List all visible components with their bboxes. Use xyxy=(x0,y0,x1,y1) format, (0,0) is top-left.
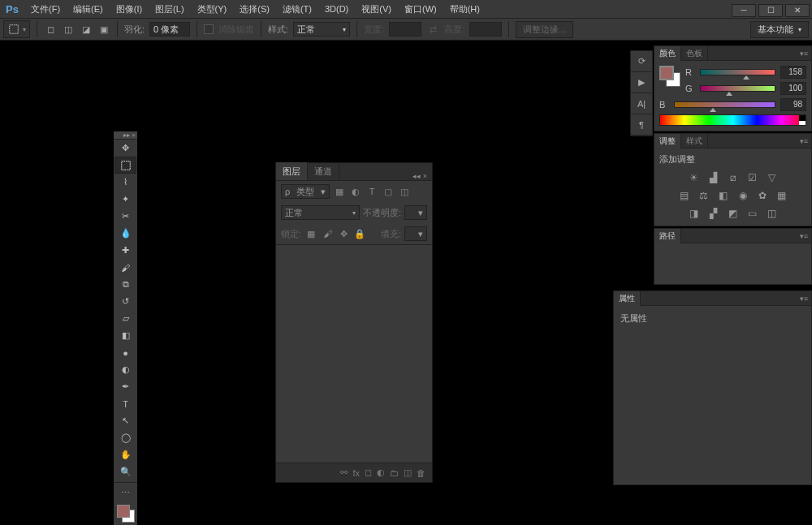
panel-menu-icon[interactable]: ▾≡ xyxy=(797,49,811,58)
workspace-switcher[interactable]: 基本功能▾ xyxy=(750,21,809,38)
menu-file[interactable]: 文件(F) xyxy=(24,0,67,18)
lock-all-icon[interactable]: 🔒 xyxy=(353,227,366,240)
collapse-icon[interactable]: ◂◂ xyxy=(412,172,421,180)
layer-mask-icon[interactable]: ◻ xyxy=(365,467,372,478)
adj-curves-icon[interactable]: ⧄ xyxy=(725,170,741,185)
filter-smart-icon[interactable]: ◫ xyxy=(398,185,411,198)
g-slider[interactable] xyxy=(700,85,775,92)
adj-vibrance-icon[interactable]: ▽ xyxy=(764,170,780,185)
delete-layer-icon[interactable]: 🗑 xyxy=(417,468,425,478)
adj-invert-icon[interactable]: ◨ xyxy=(686,206,702,221)
menu-window[interactable]: 窗口(W) xyxy=(398,0,443,18)
fill-input[interactable]: ▾ xyxy=(404,226,427,241)
hand-tool[interactable]: ✋ xyxy=(114,446,136,463)
healing-brush-tool[interactable]: ✚ xyxy=(114,242,136,259)
tool-preset-picker[interactable]: ▾ xyxy=(3,20,30,38)
blur-tool[interactable]: ● xyxy=(114,344,136,361)
lock-pixels-icon[interactable]: 🖌 xyxy=(321,227,334,240)
menu-image[interactable]: 图像(I) xyxy=(110,0,149,18)
adj-gradientmap-icon[interactable]: ▭ xyxy=(745,206,761,221)
color-picker-swatches[interactable] xyxy=(659,66,680,87)
g-value[interactable]: 100 xyxy=(780,82,806,95)
clone-stamp-tool[interactable]: ⧉ xyxy=(114,276,136,293)
tab-channels[interactable]: 通道 xyxy=(308,162,339,180)
tab-layers[interactable]: 图层 xyxy=(276,162,308,180)
tab-properties[interactable]: 属性 xyxy=(614,291,641,306)
eraser-tool[interactable]: ▱ xyxy=(114,310,136,327)
menu-edit[interactable]: 编辑(E) xyxy=(67,0,110,18)
sel-new-icon[interactable]: ◻ xyxy=(44,23,57,36)
new-group-icon[interactable]: 🗀 xyxy=(390,468,399,478)
sel-add-icon[interactable]: ◫ xyxy=(62,23,75,36)
color-swatches[interactable] xyxy=(117,505,135,523)
b-value[interactable]: 98 xyxy=(780,98,806,111)
style-select[interactable]: 正常▾ xyxy=(293,22,350,37)
brush-tool[interactable]: 🖌 xyxy=(114,259,136,276)
actions-icon[interactable]: ▶ xyxy=(631,72,652,93)
r-value[interactable]: 158 xyxy=(780,66,806,79)
sel-subtract-icon[interactable]: ◪ xyxy=(80,23,93,36)
maximize-button[interactable]: ☐ xyxy=(758,4,783,17)
zoom-tool[interactable]: 🔍 xyxy=(114,463,136,480)
sel-intersect-icon[interactable]: ▣ xyxy=(97,23,110,36)
tab-paths[interactable]: 路径 xyxy=(654,229,681,243)
minimize-button[interactable]: ─ xyxy=(732,4,756,17)
menu-help[interactable]: 帮助(H) xyxy=(443,0,486,18)
b-slider[interactable] xyxy=(674,101,775,108)
menu-filter[interactable]: 滤镜(T) xyxy=(276,0,318,18)
filter-type-icon[interactable]: T xyxy=(365,185,378,198)
blend-mode-select[interactable]: 正常▾ xyxy=(281,205,360,220)
menu-type[interactable]: 类型(Y) xyxy=(191,0,234,18)
adj-exposure-icon[interactable]: ☑ xyxy=(745,170,761,185)
tab-adjustments[interactable]: 调整 xyxy=(654,134,681,148)
menu-view[interactable]: 视图(V) xyxy=(355,0,398,18)
character-icon[interactable]: A| xyxy=(631,93,652,114)
paragraph-icon[interactable]: ¶ xyxy=(631,114,652,136)
crop-tool[interactable]: ✂ xyxy=(114,208,136,225)
color-ramp[interactable] xyxy=(659,114,806,126)
menu-3d[interactable]: 3D(D) xyxy=(318,0,355,18)
adj-bw-icon[interactable]: ◧ xyxy=(715,188,732,203)
new-adj-layer-icon[interactable]: ◐ xyxy=(377,467,385,478)
panel-menu-icon[interactable]: ▾≡ xyxy=(797,232,811,240)
adj-hue-icon[interactable]: ▤ xyxy=(676,188,693,203)
pen-tool[interactable]: ✒ xyxy=(114,378,136,395)
menu-select[interactable]: 选择(S) xyxy=(233,0,276,18)
filter-shape-icon[interactable]: ▢ xyxy=(382,185,395,198)
history-brush-tool[interactable]: ↺ xyxy=(114,293,136,310)
tab-color[interactable]: 颜色 xyxy=(654,46,681,61)
adj-selectivecolor-icon[interactable]: ◫ xyxy=(764,206,780,221)
eyedropper-tool[interactable]: 💧 xyxy=(114,225,136,242)
foreground-color-swatch[interactable] xyxy=(117,505,130,518)
toolbox-header[interactable]: ▸▸ × xyxy=(114,131,137,140)
edit-toolbar-button[interactable]: ⋯ xyxy=(114,484,136,501)
adj-channelmixer-icon[interactable]: ✿ xyxy=(754,188,771,203)
close-button[interactable]: ✕ xyxy=(785,4,810,17)
adj-photofilter-icon[interactable]: ◉ xyxy=(735,188,751,203)
layer-fx-icon[interactable]: fx xyxy=(352,468,360,478)
panel-menu-icon[interactable]: ▾≡ xyxy=(797,295,811,303)
opacity-input[interactable]: ▾ xyxy=(404,205,427,220)
history-icon[interactable]: ⟳ xyxy=(631,51,652,72)
lock-position-icon[interactable]: ✥ xyxy=(337,227,350,240)
tab-swatches[interactable]: 色板 xyxy=(681,46,708,61)
adj-posterize-icon[interactable]: ▞ xyxy=(706,206,722,221)
r-slider[interactable] xyxy=(700,69,775,75)
feather-input[interactable] xyxy=(149,22,190,37)
menu-layer[interactable]: 图层(L) xyxy=(149,0,190,18)
fg-swatch[interactable] xyxy=(659,66,674,80)
panel-close-icon[interactable]: × xyxy=(423,172,427,180)
path-selection-tool[interactable]: ↖ xyxy=(114,412,136,429)
lasso-tool[interactable]: ⌇ xyxy=(114,174,136,191)
gradient-tool[interactable]: ◧ xyxy=(114,327,136,344)
move-tool[interactable]: ✥ xyxy=(114,140,136,157)
marquee-tool[interactable] xyxy=(114,157,136,174)
type-tool[interactable]: T xyxy=(114,395,136,412)
layer-filter-kind[interactable]: ρ 类型 ▾ xyxy=(281,184,330,199)
panel-menu-icon[interactable]: ▾≡ xyxy=(797,137,811,145)
lock-transparency-icon[interactable]: ▦ xyxy=(304,227,317,240)
filter-adj-icon[interactable]: ◐ xyxy=(349,185,362,198)
shape-tool[interactable]: ◯ xyxy=(114,429,136,446)
new-layer-icon[interactable]: ◫ xyxy=(404,467,412,478)
tab-styles[interactable]: 样式 xyxy=(681,134,708,148)
